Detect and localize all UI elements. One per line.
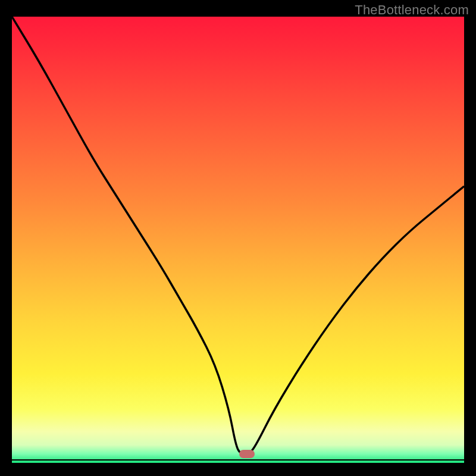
optimal-point-marker (239, 450, 255, 458)
bottleneck-curve (12, 17, 464, 463)
x-axis-baseline (12, 459, 464, 461)
watermark-text: TheBottleneck.com (355, 2, 469, 18)
plot-area (12, 17, 464, 463)
chart-frame: TheBottleneck.com (0, 0, 476, 476)
